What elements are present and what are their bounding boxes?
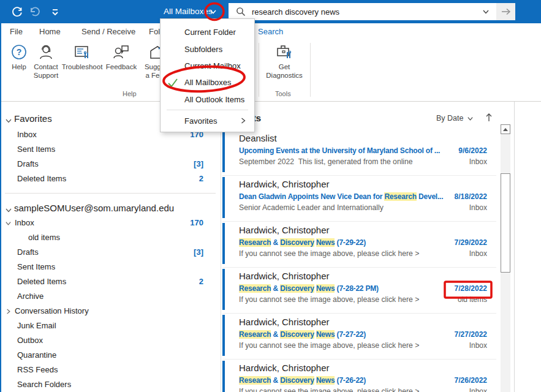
feedback-button[interactable]: Feedback [103,42,140,88]
title-bar: All Mailboxes [0,0,541,23]
folder-badge: Inbox [469,249,487,258]
contact-support-button[interactable]: Contact Support [29,42,62,88]
scroll-up-button[interactable] [501,124,510,134]
scrollbar-thumb[interactable] [501,173,510,273]
search-box [229,3,496,20]
group-label-tools: Tools [275,90,291,97]
ribbon: File Home Send / Receive Folder Search ?… [0,23,541,102]
feedback-icon [112,43,131,61]
mail-item[interactable]: Hardwick, Christopher Research & Discove… [222,222,496,268]
undo-icon[interactable] [28,4,42,19]
folder-favorites-sent-items[interactable]: Sent Items [0,142,221,157]
folder-account-archive[interactable]: Archive [0,289,221,304]
folder-badge: Inbox [469,203,487,212]
troubleshoot-icon [73,43,91,61]
sort-direction-ascending-icon[interactable] [484,112,494,123]
mail-item[interactable]: Hardwick, Christopher Dean Gladwin Appoi… [222,176,496,222]
help-icon: ? [10,43,28,61]
folder-badge: Inbox [469,387,487,392]
mail-item[interactable]: Hardwick, Christopher Research & Discove… [222,268,496,314]
scope-chevron-down-icon[interactable] [209,7,218,16]
sort-by-date-control[interactable]: By Date [436,114,474,123]
tab-send-receive[interactable]: Send / Receive [81,23,135,40]
unread-indicator [222,131,225,172]
folder-account-deleted-items[interactable]: Deleted Items2 [0,274,221,289]
window-edge [0,0,1,392]
chevron-down-icon [467,115,474,122]
folder-account-inbox[interactable]: Inbox170 [0,216,221,230]
menu-item-favorites[interactable]: Favorites [161,113,254,129]
mail-item[interactable]: Hardwick, Christopher Research & Discove… [222,360,496,392]
unread-indicator [222,269,225,310]
tab-search[interactable]: Search [258,23,283,40]
menu-item-current-folder[interactable]: Current Folder [161,24,254,40]
search-scope-menu: Current Folder Subfolders Current Mailbo… [160,18,255,132]
pane-divider [5,193,216,194]
search-icon [236,7,246,17]
folder-account-drafts[interactable]: Drafts[3] [0,245,221,260]
get-diagnostics-icon [275,43,293,61]
sync-icon[interactable] [10,4,25,19]
search-submit-button[interactable] [496,3,515,20]
tab-home[interactable]: Home [39,23,61,40]
folder-favorites-deleted-items[interactable]: Deleted Items2 [0,172,221,186]
folder-account-sent-items[interactable]: Sent Items [0,260,221,274]
folder-account-junk-email[interactable]: Junk Email [0,318,221,333]
tab-file[interactable]: File [10,23,23,40]
search-history-chevron-icon[interactable] [482,7,490,16]
help-button[interactable]: ? Help [7,42,31,88]
folder-account-search-folders[interactable]: Search Folders [0,377,221,392]
checkmark-icon [167,77,179,89]
customize-toolbar-icon[interactable] [48,4,62,19]
menu-item-all-mailboxes[interactable]: All Mailboxes [161,74,254,91]
ribbon-separator [259,43,259,97]
folder-account-quarantine[interactable]: Quarantine [0,348,221,363]
contact-support-icon [37,43,55,61]
chevron-down-icon [5,205,12,213]
folder-account-outbox[interactable]: Outbox [0,333,221,348]
folder-account-rss-feeds[interactable]: RSS Feeds [0,363,221,377]
results-scrollbar[interactable] [501,124,510,392]
unread-indicator [222,361,225,392]
menu-item-current-mailbox[interactable]: Current Mailbox [161,58,254,74]
menu-item-all-outlook-items[interactable]: All Outlook Items [161,91,254,108]
folder-badge-old-items: old items [458,295,487,304]
menu-item-subfolders[interactable]: Subfolders [161,41,254,58]
ribbon-separator [310,43,311,97]
mail-item[interactable]: Hardwick, Christopher Research & Discove… [222,314,496,360]
troubleshoot-button[interactable]: Troubleshoot [61,42,103,88]
folder-account-conversation-history[interactable]: Conversation History [0,304,221,318]
folder-favorites-drafts[interactable]: Drafts[3] [0,157,221,172]
unread-indicator [222,177,225,218]
get-diagnostics-button[interactable]: Get Diagnostics [262,42,306,88]
chevron-down-icon [5,219,12,227]
svg-text:?: ? [17,47,22,57]
menu-separator [167,110,248,110]
submenu-arrow-icon [240,117,246,124]
folder-badge: Inbox [469,341,487,350]
pane-divider [221,102,221,392]
mail-item[interactable]: Deanslist Upcoming Events at the Univers… [222,130,496,176]
submit-arrow-icon [501,7,512,16]
unread-indicator [222,223,225,264]
account-section-header[interactable]: sampleSOMUser@som.umaryland.edu [0,201,221,217]
chevron-right-icon [5,307,12,315]
pane-divider [514,102,515,392]
search-input[interactable] [252,7,482,17]
folder-badge: Inbox [469,157,487,166]
chevron-down-icon [5,116,12,123]
folder-account-old-items[interactable]: old items [0,230,221,245]
outlook-window: All Mailboxes [0,0,541,392]
unread-indicator [222,315,225,356]
group-label-help: Help [123,90,137,97]
